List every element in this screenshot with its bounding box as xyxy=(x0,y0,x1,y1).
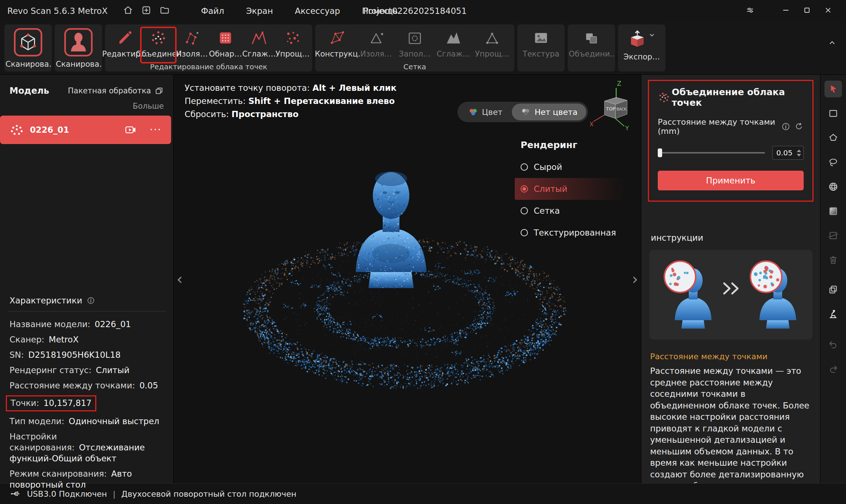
toolbar-button[interactable]: Объедини… xyxy=(569,24,613,62)
apply-button[interactable]: Применить xyxy=(658,171,804,190)
menu-item[interactable]: Экран xyxy=(235,0,284,22)
collapse-toolbar-button[interactable] xyxy=(824,36,840,51)
render-option[interactable]: Текстурированная xyxy=(515,222,625,244)
isolate-mesh-button[interactable]: Изоля… xyxy=(357,28,395,62)
select-cursor-button[interactable] xyxy=(824,81,842,97)
gradient-shading-button[interactable] xyxy=(824,203,842,220)
titlebar: Revo Scan 5.6.3 MetroX Файл Экран Аксесс… xyxy=(0,0,846,22)
property-row: Тип модели:Одиночный выстрел xyxy=(9,416,164,427)
detect-outliers-button[interactable]: Обнар… xyxy=(209,28,242,62)
cube-face-back: BACK xyxy=(617,107,627,111)
minimize-icon xyxy=(781,5,791,15)
chevron-down-icon[interactable] xyxy=(648,31,656,39)
instructions-body: Расстояние между точками — это среднее р… xyxy=(650,365,811,503)
scanner-bust-button[interactable]: Сканирова… xyxy=(55,24,102,71)
render-option[interactable]: Сетка xyxy=(515,200,625,222)
menu-item[interactable]: Файл xyxy=(190,0,235,22)
collapse-left-panel-arrow[interactable]: ‹ xyxy=(175,267,184,292)
model-list-item[interactable]: 0226_01 ··· xyxy=(0,116,171,144)
slider-thumb[interactable] xyxy=(658,148,662,157)
property-row: SN:D25181905H6K10L18 xyxy=(9,349,164,360)
folder-button[interactable] xyxy=(157,3,173,19)
color-toggle-option[interactable]: Нет цвета xyxy=(512,104,586,120)
duplicate-button[interactable] xyxy=(824,281,842,298)
gray-circles-icon xyxy=(521,107,531,117)
property-row: Название модели:0226_01 xyxy=(9,319,164,330)
color-toggle-option[interactable]: Цвет xyxy=(459,104,511,120)
selection-tool-dock xyxy=(820,75,846,483)
more-button[interactable]: Больше xyxy=(0,96,173,111)
seated-figure-button[interactable] xyxy=(824,306,842,322)
rendering-options: Рендеринг Сырой Слитый Сетка xyxy=(515,140,625,244)
viewport-3d[interactable]: Установите точку поворота: Alt + Левый к… xyxy=(174,75,641,483)
maximize-button[interactable] xyxy=(796,3,818,19)
distance-value-input[interactable]: 0.05 xyxy=(772,146,804,160)
crop-plane-button[interactable] xyxy=(824,227,842,244)
toolbar-tile: Объедини… xyxy=(568,24,615,71)
render-option[interactable]: Слитый xyxy=(515,178,625,200)
model-more-button[interactable]: ··· xyxy=(150,126,162,133)
chevron-up-icon xyxy=(827,38,837,47)
minimize-button[interactable] xyxy=(775,3,796,19)
instructions-title: инструкции xyxy=(651,233,811,243)
select-rectangle-button[interactable] xyxy=(824,105,842,122)
usb-status: USB3.0 Подключен xyxy=(27,489,107,499)
reset-icon[interactable] xyxy=(794,122,804,131)
isolate-points-button[interactable]: Изоля… xyxy=(175,28,209,62)
select-polygon-button[interactable] xyxy=(824,129,842,146)
video-frames-icon[interactable] xyxy=(124,124,137,135)
select-rectangle-icon xyxy=(828,108,839,119)
scanner-cube-button[interactable]: Сканирова… xyxy=(4,24,52,71)
viewport-hints: Установите точку поворота: Alt + Левый к… xyxy=(185,81,397,121)
undo-button[interactable] xyxy=(824,336,842,353)
toolbar-tile: Текстура xyxy=(517,24,565,71)
home-button[interactable] xyxy=(120,3,136,19)
bust-model xyxy=(356,172,426,288)
stepper-up-icon[interactable] xyxy=(797,150,801,152)
export-box-icon xyxy=(627,30,647,49)
trash-button[interactable] xyxy=(824,252,842,268)
construct-mesh-button[interactable]: Конструкц… xyxy=(318,28,357,62)
menu-item[interactable]: Аксессуар xyxy=(284,0,351,22)
fill-holes-button[interactable]: Запол… xyxy=(395,28,434,62)
new-project-button[interactable] xyxy=(138,3,154,19)
value-stepper[interactable] xyxy=(797,150,801,156)
globe-view-button[interactable] xyxy=(824,178,842,195)
merge-points-button[interactable]: Объединен… xyxy=(142,28,175,62)
group-caption: Редактирование облака точек xyxy=(105,62,312,71)
simplify-points-icon xyxy=(284,30,301,46)
info-icon[interactable] xyxy=(86,296,95,305)
smooth-points-button[interactable]: Сглаж… xyxy=(242,28,276,62)
distance-slider[interactable] xyxy=(658,152,765,154)
collapse-right-panel-arrow[interactable]: › xyxy=(630,267,640,292)
instructions-heading: Расстояние между точками xyxy=(650,352,811,361)
toolbar-button[interactable]: Текстура xyxy=(519,24,563,62)
select-lasso-icon xyxy=(828,157,839,168)
model-tab-label[interactable]: Модель xyxy=(9,86,49,96)
color-toggle[interactable]: Цвет Нет цвета xyxy=(457,102,588,122)
close-button[interactable] xyxy=(818,3,839,19)
panel-title: Объединение облака точек xyxy=(672,87,804,108)
info-icon[interactable] xyxy=(781,122,791,131)
smooth-mesh-button[interactable]: Сглаж… xyxy=(434,28,473,62)
settings-sliders-button[interactable] xyxy=(739,3,761,19)
point-cloud-canvas[interactable] xyxy=(174,75,641,483)
select-polygon-icon xyxy=(828,132,839,143)
param-label: Расстояние между точками (mm) xyxy=(658,117,781,136)
radio-icon xyxy=(521,229,528,236)
group-caption: Сетка xyxy=(315,62,514,71)
nav-cube[interactable]: Z TOP BACK X Y xyxy=(588,80,631,131)
stepper-down-icon[interactable] xyxy=(797,154,801,156)
export-button[interactable]: Экспор… xyxy=(620,24,664,65)
redo-button[interactable] xyxy=(824,360,842,377)
home-icon xyxy=(123,5,134,16)
simplify-mesh-button[interactable]: Упрощ… xyxy=(473,28,511,62)
select-lasso-button[interactable] xyxy=(824,154,842,171)
property-row: Настройки сканирования:Отслеживание функ… xyxy=(9,431,164,464)
isolate-points-icon xyxy=(184,30,200,46)
render-option[interactable]: Сырой xyxy=(515,156,625,178)
property-row: Расстояние между точками:0.05 xyxy=(9,380,164,391)
simplify-points-button[interactable]: Упрощ… xyxy=(276,28,309,62)
scanner-cube-icon xyxy=(13,27,43,57)
batch-processing-button[interactable]: Пакетная обработка xyxy=(68,86,164,96)
